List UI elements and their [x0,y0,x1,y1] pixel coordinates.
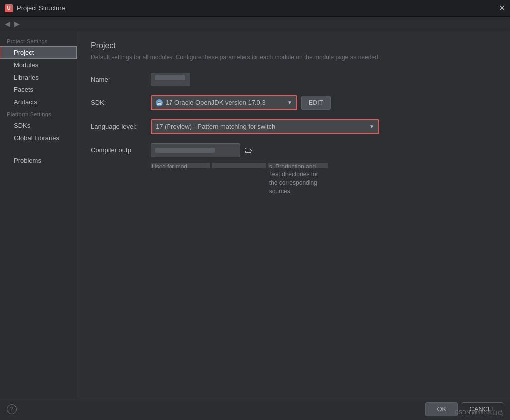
compiler-output-value [155,148,215,153]
sdk-dropdown-left: ☕ 17 Oracle OpenJDK version 17.0.3 [156,99,266,106]
sidebar-item-problems[interactable]: Problems [0,154,77,167]
sidebar-item-modules[interactable]: Modules [0,59,77,71]
compiler-output-row: Compiler outp 🗁 [91,143,496,157]
language-level-dropdown-arrow: ▼ [369,124,374,129]
sidebar-item-libraries[interactable]: Libraries [0,71,77,84]
name-input[interactable] [151,73,190,86]
sdk-edit-button[interactable]: EDIT [301,96,331,110]
java-icon: ☕ [156,99,163,106]
folder-icon[interactable]: 🗁 [244,146,252,155]
name-row: Name: [91,73,496,86]
name-field [151,73,496,86]
compiler-note: Used for mod s, Production and Test dire… [91,161,496,169]
back-arrow[interactable]: ◀ [5,20,10,28]
sidebar-item-artifacts[interactable]: Artifacts [0,96,77,108]
sdk-label: SDK: [91,99,151,106]
close-button[interactable]: ✕ [499,4,505,12]
platform-settings-label: Platform Settings [0,108,77,119]
navigation-bar: ◀ ▶ [0,17,510,31]
page-description: Default settings for all modules. Config… [91,53,496,62]
sidebar-item-project[interactable]: Project [0,46,77,59]
sidebar-item-facets[interactable]: Facets [0,84,77,96]
language-level-field: 17 (Preview) - Pattern matching for swit… [151,119,496,134]
sdk-dropdown[interactable]: ☕ 17 Oracle OpenJDK version 17.0.3 ▼ [151,95,297,110]
sidebar-item-sdks[interactable]: SDKs [0,119,77,132]
window-title: Project Structure [17,4,65,12]
sdk-field: ☕ 17 Oracle OpenJDK version 17.0.3 ▼ EDI… [151,95,496,110]
name-label: Name: [91,76,151,83]
main-layout: Project Settings Project Modules Librari… [0,31,510,399]
sdk-value: 17 Oracle OpenJDK version 17.0.3 [166,99,266,106]
language-level-value: 17 (Preview) - Pattern matching for swit… [156,123,275,130]
sidebar-item-global-libraries[interactable]: Global Libraries [0,132,77,144]
sdk-row: SDK: ☕ 17 Oracle OpenJDK version 17.0.3 … [91,95,496,110]
compiler-output-input[interactable] [151,143,240,157]
language-level-label: Language level: [91,123,151,130]
ok-button[interactable]: OK [425,402,458,416]
language-level-dropdown[interactable]: 17 (Preview) - Pattern matching for swit… [151,119,379,134]
sidebar: Project Settings Project Modules Librari… [0,31,77,399]
language-level-row: Language level: 17 (Preview) - Pattern m… [91,119,496,134]
project-settings-label: Project Settings [0,35,77,46]
compiler-note-redacted [212,163,266,168]
watermark: CSDN @Yao靠自己 [455,409,503,416]
content-area: Project Default settings for all modules… [77,31,510,399]
bottom-bar: ? OK CANCEL CSDN @Yao靠自己 [0,399,510,419]
app-icon: U [5,4,13,12]
help-button[interactable]: ? [7,404,17,414]
page-title: Project [91,41,496,50]
sdk-dropdown-arrow: ▼ [287,100,292,105]
bottom-buttons: OK CANCEL CSDN @Yao靠自己 [425,402,503,416]
forward-arrow[interactable]: ▶ [14,20,20,28]
titlebar: U Project Structure ✕ [0,0,510,17]
compiler-output-label: Compiler outp [91,146,151,154]
